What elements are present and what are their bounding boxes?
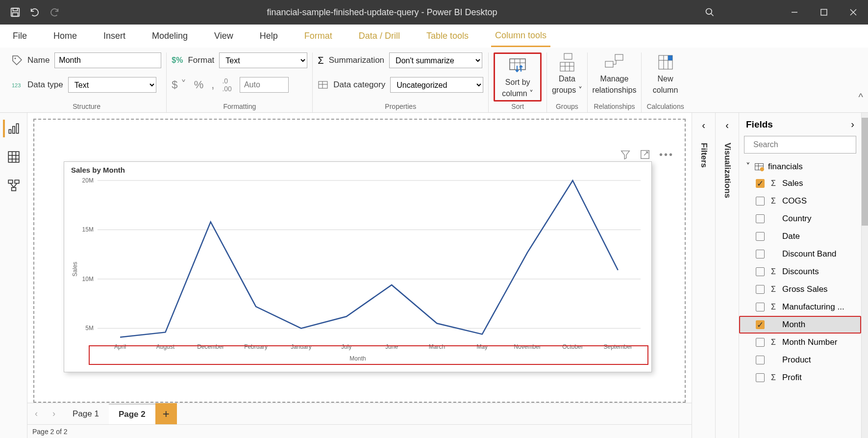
page-next-button[interactable]: › bbox=[45, 409, 63, 419]
filter-icon[interactable] bbox=[620, 149, 631, 160]
summarization-label: Summarization bbox=[329, 55, 384, 65]
manage-relationships-button[interactable]: Manage relationships bbox=[593, 52, 637, 95]
field-row[interactable]: ΣDiscount Band bbox=[739, 245, 861, 263]
field-row[interactable]: ΣCOGS bbox=[739, 192, 861, 210]
page-tab-2[interactable]: Page 2 bbox=[109, 404, 155, 424]
data-groups-button[interactable]: Data groups ˅ bbox=[552, 52, 582, 95]
save-icon[interactable] bbox=[9, 6, 22, 19]
field-checkbox[interactable] bbox=[756, 232, 765, 241]
menu-help[interactable]: Help bbox=[256, 26, 282, 46]
percent-icon[interactable]: % bbox=[194, 78, 204, 91]
svg-text:10M: 10M bbox=[82, 276, 94, 283]
fields-search-input[interactable] bbox=[753, 140, 851, 149]
menu-format[interactable]: Format bbox=[300, 26, 336, 46]
page-prev-button[interactable]: ‹ bbox=[27, 409, 45, 419]
page-tab-1[interactable]: Page 1 bbox=[63, 404, 109, 424]
data-view-button[interactable] bbox=[4, 148, 24, 166]
svg-marker-45 bbox=[621, 151, 630, 159]
sort-by-column-button[interactable]: Sort by column ˅ bbox=[502, 56, 533, 98]
field-row[interactable]: ✓ΣMonth bbox=[739, 316, 861, 334]
field-checkbox[interactable] bbox=[756, 356, 765, 364]
field-checkbox[interactable] bbox=[756, 373, 765, 382]
svg-text:123: 123 bbox=[12, 82, 21, 88]
field-checkbox[interactable] bbox=[756, 250, 765, 258]
decimal-icon[interactable]: .0.00 bbox=[222, 77, 231, 93]
left-view-rail bbox=[0, 113, 27, 438]
field-checkbox[interactable] bbox=[756, 214, 765, 223]
sigma-icon: Σ bbox=[769, 338, 777, 347]
fields-search[interactable] bbox=[744, 136, 856, 154]
field-row[interactable]: ΣManufacturing ... bbox=[739, 298, 861, 316]
field-row[interactable]: ΣDiscounts bbox=[739, 263, 861, 281]
field-row[interactable]: ΣMonth Number bbox=[739, 334, 861, 351]
chevron-right-icon[interactable]: › bbox=[851, 119, 854, 130]
titlebar: financial-sample-finished-update-query -… bbox=[0, 0, 868, 25]
field-checkbox[interactable]: ✓ bbox=[756, 320, 765, 329]
menu-modeling[interactable]: Modeling bbox=[148, 26, 192, 46]
fields-scrollbar[interactable] bbox=[861, 113, 868, 438]
field-checkbox[interactable] bbox=[756, 338, 765, 347]
currency-icon[interactable]: $ ˅ bbox=[172, 78, 186, 91]
menu-view[interactable]: View bbox=[210, 26, 237, 46]
field-name: Discounts bbox=[782, 267, 819, 277]
ribbon-collapse-icon[interactable]: ^ bbox=[859, 92, 863, 103]
field-checkbox[interactable]: ✓ bbox=[756, 179, 765, 188]
field-row[interactable]: ΣCountry bbox=[739, 210, 861, 228]
name-label: Name bbox=[27, 55, 50, 65]
sigma-icon: Σ bbox=[769, 197, 777, 206]
svg-rect-31 bbox=[668, 55, 672, 60]
svg-rect-24 bbox=[615, 54, 623, 60]
more-icon[interactable]: ••• bbox=[659, 149, 670, 160]
menu-table-tools[interactable]: Table tools bbox=[422, 26, 472, 46]
chevron-left-icon[interactable]: ‹ bbox=[702, 120, 705, 131]
visualizations-pane[interactable]: ‹ Visualizations bbox=[715, 113, 739, 438]
menu-file[interactable]: File bbox=[9, 26, 31, 46]
field-checkbox[interactable] bbox=[756, 303, 765, 311]
model-view-button[interactable] bbox=[4, 177, 24, 194]
close-button[interactable] bbox=[839, 0, 868, 25]
chevron-left-icon[interactable]: ‹ bbox=[725, 120, 729, 131]
svg-text:Sales: Sales bbox=[72, 262, 78, 277]
menu-column-tools[interactable]: Column tools bbox=[491, 26, 550, 47]
datatype-select[interactable]: Text bbox=[68, 77, 156, 93]
expand-icon: ˅ bbox=[746, 161, 750, 172]
menu-data-drill[interactable]: Data / Drill bbox=[355, 26, 404, 46]
add-page-button[interactable]: + bbox=[155, 403, 177, 425]
field-row[interactable]: ΣGross Sales bbox=[739, 281, 861, 298]
format-select[interactable]: Text bbox=[219, 52, 307, 68]
report-canvas[interactable]: ••• Sales by Month 5M10M15M20MSalesApril… bbox=[33, 119, 686, 403]
sigma-icon: Σ bbox=[769, 303, 777, 311]
report-view-button[interactable] bbox=[3, 120, 23, 137]
search-icon[interactable] bbox=[703, 6, 716, 19]
summarization-select[interactable]: Don't summarize bbox=[389, 52, 482, 68]
filters-pane[interactable]: ‹ Filters bbox=[692, 113, 715, 438]
menu-home[interactable]: Home bbox=[50, 26, 81, 46]
svg-rect-42 bbox=[11, 187, 16, 191]
field-checkbox[interactable] bbox=[756, 285, 765, 294]
svg-point-9 bbox=[15, 58, 16, 59]
formatting-group-label: Formatting bbox=[223, 103, 256, 110]
field-row[interactable]: ✓Σ Sales bbox=[739, 175, 861, 192]
comma-icon[interactable]: , bbox=[211, 78, 214, 91]
ribbon: Name 123 Data type Text Structure $% For… bbox=[0, 48, 868, 113]
maximize-button[interactable] bbox=[809, 0, 839, 25]
redo-icon[interactable] bbox=[48, 6, 61, 19]
field-row[interactable]: ΣProduct bbox=[739, 351, 861, 369]
column-name-input[interactable] bbox=[54, 52, 161, 68]
category-select[interactable]: Uncategorized bbox=[390, 77, 483, 93]
undo-icon[interactable] bbox=[28, 6, 41, 19]
svg-point-74 bbox=[760, 167, 764, 171]
new-column-button[interactable]: New column bbox=[653, 52, 678, 95]
field-row[interactable]: ΣProfit bbox=[739, 369, 861, 386]
svg-point-3 bbox=[706, 9, 712, 15]
minimize-button[interactable] bbox=[780, 0, 809, 25]
field-checkbox[interactable] bbox=[756, 197, 765, 206]
format-icon: $% bbox=[172, 56, 183, 65]
svg-line-43 bbox=[10, 183, 14, 188]
fields-table-header[interactable]: ˅ financials bbox=[739, 158, 861, 175]
menu-insert[interactable]: Insert bbox=[99, 26, 129, 46]
focus-icon[interactable] bbox=[640, 149, 650, 160]
field-checkbox[interactable] bbox=[756, 267, 765, 276]
chart-visual[interactable]: Sales by Month 5M10M15M20MSalesAprilAugu… bbox=[64, 161, 652, 372]
field-row[interactable]: ΣDate bbox=[739, 228, 861, 245]
